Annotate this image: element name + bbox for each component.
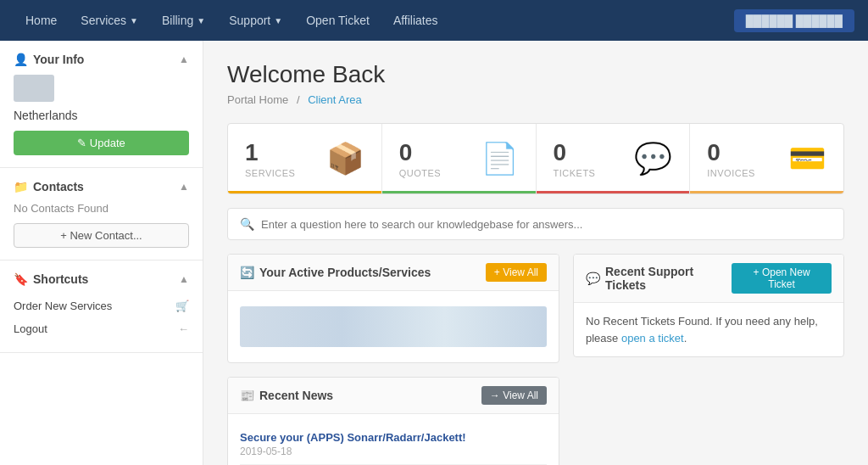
page-title: Welcome Back: [227, 61, 844, 88]
update-button[interactable]: ✎ Update: [14, 131, 189, 155]
tickets-count: 0: [554, 139, 596, 166]
avatar: [14, 75, 54, 102]
product-item-placeholder: [240, 306, 547, 347]
main-layout: 👤 Your Info ▲ Netherlands ✎ Update 📁 Con…: [0, 41, 868, 465]
tickets-bar: [537, 191, 690, 193]
services-bar: [228, 191, 381, 193]
support-card: 💬 Recent Support Tickets + Open New Tick…: [573, 254, 844, 357]
stat-tickets[interactable]: 0 TICKETS 💬: [537, 124, 691, 193]
quotes-icon: 📄: [481, 141, 519, 176]
news-card: 📰 Recent News → View All Secure your (AP…: [227, 377, 559, 465]
invoices-bar: [690, 191, 843, 193]
shortcut-order-services[interactable]: Order New Services 🛒: [14, 294, 189, 317]
breadcrumb-home[interactable]: Portal Home: [227, 93, 288, 106]
products-icon: 🔄: [240, 266, 254, 279]
contacts-title: 📁 Contacts: [14, 180, 84, 193]
news-card-body: Secure your (APPS) Sonarr/Radarr/Jackett…: [228, 414, 559, 465]
services-label: SERVICES: [245, 168, 295, 178]
view-all-products-button[interactable]: + View All: [486, 263, 547, 282]
shortcuts-header: 🔖 Shortcuts ▲: [14, 272, 189, 286]
news-card-header: 📰 Recent News → View All: [228, 378, 559, 414]
cart-icon: 🛒: [175, 300, 189, 312]
folder-icon: 📁: [14, 180, 28, 193]
services-icon: 📦: [326, 141, 364, 176]
support-card-header: 💬 Recent Support Tickets + Open New Tick…: [574, 255, 843, 303]
nav-support[interactable]: Support ▼: [217, 2, 294, 39]
services-dropdown-arrow: ▼: [130, 16, 138, 25]
stat-quotes[interactable]: 0 QUOTES 📄: [382, 124, 537, 193]
bookmark-icon: 🔖: [14, 272, 28, 286]
quotes-label: QUOTES: [399, 168, 441, 178]
two-column-layout: 🔄 Your Active Products/Services + View A…: [227, 254, 844, 465]
country-label: Netherlands: [14, 109, 189, 122]
search-icon: 🔍: [240, 217, 254, 231]
contacts-header: 📁 Contacts ▲: [14, 180, 189, 193]
products-card-header: 🔄 Your Active Products/Services + View A…: [228, 255, 559, 291]
right-column: 💬 Recent Support Tickets + Open New Tick…: [573, 254, 844, 465]
view-all-news-button[interactable]: → View All: [481, 386, 547, 405]
left-column: 🔄 Your Active Products/Services + View A…: [227, 254, 559, 465]
search-input[interactable]: [261, 218, 832, 231]
invoices-icon: 💳: [788, 141, 826, 176]
your-info-title: 👤 Your Info: [14, 53, 84, 66]
breadcrumb-current[interactable]: Client Area: [308, 93, 362, 106]
tickets-label: TICKETS: [554, 168, 596, 178]
main-content: Welcome Back Portal Home / Client Area 1…: [203, 41, 868, 465]
shortcuts-title: 🔖 Shortcuts: [14, 272, 88, 286]
breadcrumb: Portal Home / Client Area: [227, 93, 844, 106]
products-card: 🔄 Your Active Products/Services + View A…: [227, 254, 559, 363]
support-card-title: 💬 Recent Support Tickets: [586, 265, 732, 292]
services-count: 1: [245, 139, 295, 166]
user-menu[interactable]: ██████ ██████: [734, 9, 854, 32]
news-item-1-date: 2019-05-18: [240, 445, 547, 457]
top-navigation: Home Services ▼ Billing ▼ Support ▼ Open…: [0, 0, 868, 41]
contacts-section: 📁 Contacts ▲ No Contacts Found + New Con…: [0, 168, 203, 261]
news-item-1: Secure your (APPS) Sonarr/Radarr/Jackett…: [240, 424, 547, 465]
nav-home[interactable]: Home: [14, 2, 69, 39]
sidebar: 👤 Your Info ▲ Netherlands ✎ Update 📁 Con…: [0, 41, 203, 465]
nav-open-ticket[interactable]: Open Ticket: [294, 2, 381, 39]
search-bar: 🔍: [227, 208, 844, 240]
shortcut-logout[interactable]: Logout ←: [14, 317, 189, 340]
news-item-1-title[interactable]: Secure your (APPS) Sonarr/Radarr/Jackett…: [240, 431, 547, 444]
stats-row: 1 SERVICES 📦 0 QUOTES 📄 0 TICKETS: [227, 123, 844, 194]
new-contact-button[interactable]: + New Contact...: [14, 223, 189, 248]
news-icon: 📰: [240, 389, 254, 402]
contacts-collapse[interactable]: ▲: [179, 181, 189, 193]
quotes-bar: [382, 191, 536, 193]
your-info-header: 👤 Your Info ▲: [14, 53, 189, 66]
open-ticket-button[interactable]: + Open New Ticket: [732, 263, 832, 294]
stat-invoices[interactable]: 0 INVOICES 💳: [690, 124, 843, 193]
breadcrumb-separator: /: [297, 93, 300, 106]
support-dropdown-arrow: ▼: [274, 16, 282, 25]
user-icon: 👤: [14, 53, 28, 66]
tickets-icon: 💬: [634, 141, 672, 176]
stat-services[interactable]: 1 SERVICES 📦: [228, 124, 382, 193]
products-card-title: 🔄 Your Active Products/Services: [240, 266, 431, 279]
invoices-label: INVOICES: [707, 168, 755, 178]
products-card-body: [228, 291, 559, 362]
quotes-count: 0: [399, 139, 441, 166]
nav-billing[interactable]: Billing ▼: [150, 2, 217, 39]
billing-dropdown-arrow: ▼: [197, 16, 205, 25]
shortcuts-section: 🔖 Shortcuts ▲ Order New Services 🛒 Logou…: [0, 261, 203, 353]
support-card-body: No Recent Tickets Found. If you need any…: [574, 303, 843, 356]
news-card-title: 📰 Recent News: [240, 389, 333, 402]
your-info-section: 👤 Your Info ▲ Netherlands ✎ Update: [0, 41, 203, 168]
no-contacts-label: No Contacts Found: [14, 202, 189, 215]
invoices-count: 0: [707, 139, 755, 166]
nav-affiliates[interactable]: Affiliates: [381, 2, 450, 39]
nav-services[interactable]: Services ▼: [69, 2, 150, 39]
your-info-collapse[interactable]: ▲: [179, 53, 189, 65]
open-ticket-link[interactable]: open a ticket: [621, 332, 684, 345]
support-icon: 💬: [586, 272, 600, 285]
shortcuts-collapse[interactable]: ▲: [179, 273, 189, 285]
logout-icon: ←: [178, 322, 189, 335]
